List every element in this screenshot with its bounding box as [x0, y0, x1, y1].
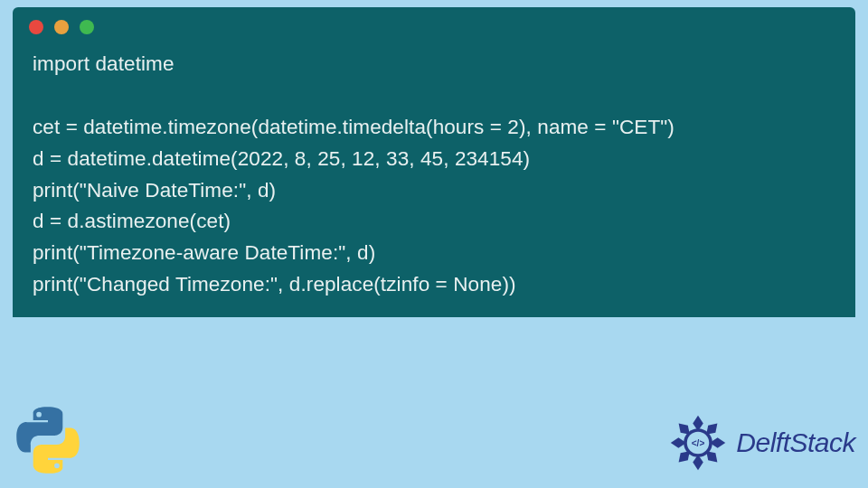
brand-name: DelftStack [736, 427, 855, 458]
delftstack-badge-icon: </> [665, 410, 731, 475]
brand: </> DelftStack [665, 410, 855, 475]
python-logo-icon [13, 405, 83, 475]
code-window: import datetime cet = datetime.timezone(… [13, 7, 855, 317]
window-titlebar [13, 7, 855, 42]
svg-text:</>: </> [692, 438, 705, 448]
close-icon [29, 20, 43, 34]
minimize-icon [54, 20, 69, 34]
code-block: import datetime cet = datetime.timezone(… [13, 42, 855, 301]
maximize-icon [80, 20, 94, 34]
footer: </> DelftStack [0, 371, 868, 488]
